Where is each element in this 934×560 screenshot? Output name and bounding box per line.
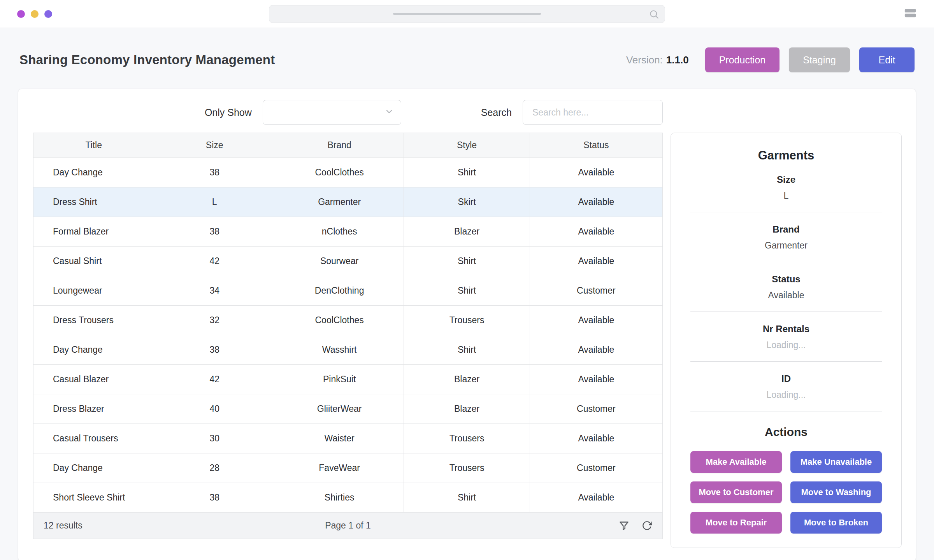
browser-bar	[0, 0, 934, 28]
divider	[690, 361, 882, 362]
edit-button[interactable]: Edit	[859, 47, 915, 72]
table-cell: Available	[530, 365, 662, 394]
table-cell: FaveWear	[275, 453, 404, 483]
window-control-dot[interactable]	[44, 10, 52, 18]
column-header-size[interactable]: Size	[154, 133, 275, 158]
field-label: ID	[690, 373, 882, 384]
column-header-brand[interactable]: Brand	[275, 133, 404, 158]
browser-menu-icon[interactable]	[904, 8, 917, 20]
field-value: L	[690, 191, 882, 201]
table-row[interactable]: Formal Blazer38nClothesBlazerAvailable	[33, 217, 663, 247]
make-available-button[interactable]: Make Available	[690, 451, 782, 473]
table-cell: Available	[530, 158, 662, 187]
field-label: Status	[690, 274, 882, 285]
table-cell: Shirties	[275, 483, 404, 513]
address-bar[interactable]	[269, 5, 665, 23]
table-row[interactable]: Casual Shirt42SourwearShirtAvailable	[33, 247, 663, 276]
panel-title: Garments	[690, 149, 882, 163]
table-cell: Available	[530, 424, 662, 453]
divider	[690, 262, 882, 262]
version-info: Version:1.1.0	[626, 54, 689, 66]
search-icon	[649, 9, 659, 21]
table-row[interactable]: Casual Trousers30WaisterTrousersAvailabl…	[33, 424, 663, 453]
table-cell: Short Sleeve Shirt	[33, 483, 154, 513]
table-cell: 38	[154, 483, 275, 513]
table-cell: 42	[154, 247, 275, 276]
field-value: Loading...	[690, 340, 882, 350]
table-cell: GliiterWear	[275, 394, 404, 424]
version-value: 1.1.0	[666, 54, 689, 66]
panel-fields: SizeLBrandGarmenterStatusAvailableNr Ren…	[690, 174, 882, 411]
field-value: Garmenter	[690, 240, 882, 251]
table-row[interactable]: Dress ShirtLGarmenterSkirtAvailable	[33, 187, 663, 217]
actions-grid: Make AvailableMake UnavailableMove to Cu…	[690, 451, 882, 534]
table-cell: Trousers	[404, 306, 530, 335]
header-buttons: ProductionStagingEdit	[705, 47, 915, 72]
table-cell: Trousers	[404, 424, 530, 453]
divider	[690, 411, 882, 411]
table-cell: 38	[154, 158, 275, 187]
table-footer: 12 results Page 1 of 1	[33, 513, 663, 539]
filter-button[interactable]	[619, 520, 629, 531]
table-row[interactable]: Dress Blazer40GliiterWearBlazerCustomer	[33, 394, 663, 424]
field-label: Brand	[690, 224, 882, 235]
table-cell: 32	[154, 306, 275, 335]
page-title: Sharing Economy Inventory Management	[19, 52, 275, 67]
table-cell: Trousers	[404, 453, 530, 483]
make-unavailable-button[interactable]: Make Unavailable	[790, 451, 882, 473]
search-input[interactable]	[523, 100, 663, 125]
table-row[interactable]: Loungewear34DenClothingShirtCustomer	[33, 276, 663, 306]
table-cell: CoolClothes	[275, 158, 404, 187]
column-header-status[interactable]: Status	[530, 133, 662, 158]
version-label: Version:	[626, 54, 663, 66]
table-row[interactable]: Casual Blazer42PinkSuitBlazerAvailable	[33, 365, 663, 394]
table-cell: 30	[154, 424, 275, 453]
app-header: Sharing Economy Inventory Management Ver…	[0, 28, 934, 89]
table-cell: Available	[530, 306, 662, 335]
production-button[interactable]: Production	[705, 47, 780, 72]
table-cell: Shirt	[404, 247, 530, 276]
table-cell: Shirt	[404, 335, 530, 365]
table-cell: Customer	[530, 276, 662, 306]
move-to-washing-button[interactable]: Move to Washing	[790, 481, 882, 503]
move-to-broken-button[interactable]: Move to Broken	[790, 512, 882, 534]
table-row[interactable]: Short Sleeve Shirt38ShirtiesShirtAvailab…	[33, 483, 663, 513]
table-row[interactable]: Day Change38CoolClothesShirtAvailable	[33, 158, 663, 187]
window-control-dot[interactable]	[17, 10, 25, 18]
search-label: Search	[481, 107, 512, 118]
filter-icon	[619, 520, 629, 531]
only-show-label: Only Show	[205, 107, 252, 118]
table-row[interactable]: Dress Trousers32CoolClothesTrousersAvail…	[33, 306, 663, 335]
chevron-down-icon	[384, 107, 394, 118]
table-cell: Sourwear	[275, 247, 404, 276]
table-row[interactable]: Day Change38WasshirtShirtAvailable	[33, 335, 663, 365]
column-header-title[interactable]: Title	[33, 133, 154, 158]
move-to-customer-button[interactable]: Move to Customer	[690, 481, 782, 503]
table-cell: Wasshirt	[275, 335, 404, 365]
table-cell: Waister	[275, 424, 404, 453]
staging-button[interactable]: Staging	[789, 47, 850, 72]
table-cell: Shirt	[404, 158, 530, 187]
detail-field-size: SizeL	[690, 174, 882, 212]
refresh-button[interactable]	[642, 520, 652, 531]
refresh-icon	[642, 520, 652, 531]
table-row[interactable]: Day Change28FaveWearTrousersCustomer	[33, 453, 663, 483]
table-cell: 40	[154, 394, 275, 424]
divider	[690, 212, 882, 212]
column-header-style[interactable]: Style	[404, 133, 530, 158]
table-cell: Available	[530, 217, 662, 247]
move-to-repair-button[interactable]: Move to Repair	[690, 512, 782, 534]
table-cell: Available	[530, 187, 662, 217]
inventory-table: TitleSizeBrandStyleStatus Day Change38Co…	[33, 133, 663, 539]
url-placeholder-line	[393, 13, 541, 15]
table-cell: Customer	[530, 453, 662, 483]
table-cell: Blazer	[404, 394, 530, 424]
table-cell: 38	[154, 217, 275, 247]
field-label: Nr Rentals	[690, 324, 882, 334]
only-show-select[interactable]	[263, 100, 401, 125]
table-cell: Casual Trousers	[33, 424, 154, 453]
actions-title: Actions	[690, 425, 882, 439]
window-control-dot[interactable]	[31, 10, 39, 18]
field-value: Available	[690, 290, 882, 301]
table-cell: Customer	[530, 394, 662, 424]
